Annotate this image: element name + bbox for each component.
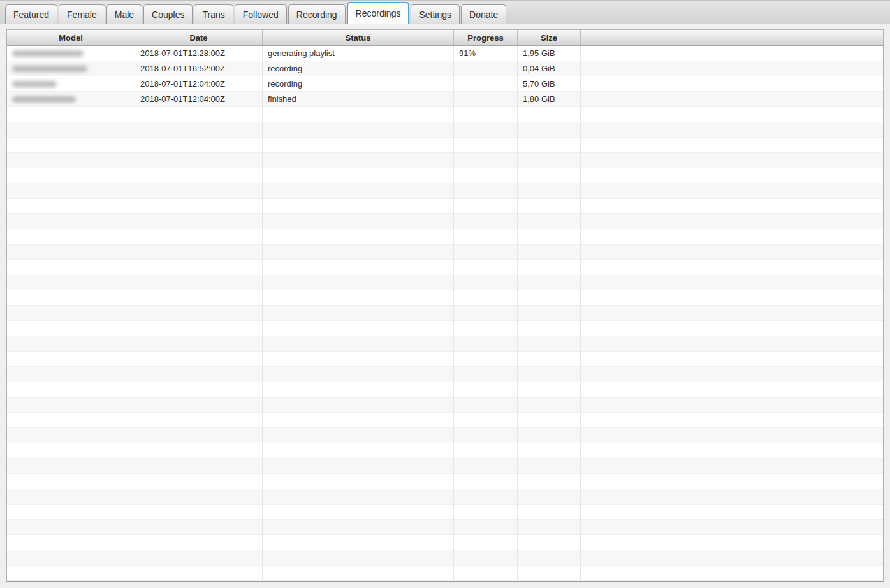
date-cell (135, 367, 263, 382)
status-cell (263, 535, 454, 550)
tab-male[interactable]: Male (106, 4, 142, 24)
date-cell (135, 352, 263, 367)
column-header-progress[interactable]: Progress (454, 30, 518, 45)
spacer-cell (581, 459, 883, 474)
progress-cell (454, 428, 518, 443)
status-cell (263, 260, 454, 275)
date-cell (135, 153, 263, 168)
table-row-empty (7, 336, 883, 352)
size-cell (518, 214, 581, 229)
tab-couples[interactable]: Couples (143, 4, 193, 24)
progress-cell (454, 413, 518, 428)
spacer-cell (581, 352, 883, 367)
date-cell (135, 183, 263, 199)
spacer-cell (581, 199, 883, 214)
date-cell (135, 199, 263, 214)
date-cell: 2018-07-01T12:28:00Z (135, 46, 263, 61)
tab-followed[interactable]: Followed (235, 4, 287, 24)
model-cell (7, 505, 135, 520)
progress-cell (454, 398, 518, 413)
spacer-cell (581, 336, 883, 352)
spacer-cell (581, 122, 883, 138)
date-cell: 2018-07-01T16:52:00Z (135, 61, 263, 76)
model-cell (7, 153, 135, 168)
model-cell (7, 245, 135, 260)
column-header-size[interactable]: Size (518, 30, 581, 45)
model-cell (7, 61, 135, 76)
status-cell (263, 520, 454, 535)
table-row[interactable]: 2018-07-01T12:28:00Zgenerating playlist9… (7, 46, 883, 61)
redacted-model-name (12, 66, 87, 72)
tab-recordings[interactable]: Recordings (347, 2, 410, 24)
model-cell (7, 535, 135, 550)
date-cell (135, 306, 263, 321)
table-row-empty (7, 352, 883, 367)
table-row-empty (7, 153, 883, 168)
tab-trans[interactable]: Trans (194, 4, 233, 24)
model-cell (7, 367, 135, 382)
model-cell (7, 550, 135, 566)
progress-cell: 91% (454, 46, 518, 61)
size-cell (518, 138, 581, 153)
table-row-empty (7, 382, 883, 398)
redacted-model-name (12, 96, 76, 103)
size-cell (518, 153, 581, 168)
model-cell (7, 428, 135, 443)
model-cell (7, 199, 135, 214)
column-header-date[interactable]: Date (135, 30, 263, 45)
table-row[interactable]: 2018-07-01T12:04:00Zfinished1,80 GiB (7, 92, 883, 107)
table-row[interactable]: 2018-07-01T16:52:00Zrecording0,04 GiB (7, 61, 883, 76)
spacer-cell (581, 398, 883, 413)
table-row-empty (7, 550, 883, 566)
model-cell (7, 474, 135, 489)
progress-cell (454, 336, 518, 352)
date-cell (135, 336, 263, 352)
table-row-empty (7, 443, 883, 459)
size-cell (518, 535, 581, 550)
tab-featured[interactable]: Featured (5, 4, 57, 24)
model-cell (7, 168, 135, 183)
table-row-empty (7, 260, 883, 275)
model-cell (7, 459, 135, 474)
size-cell (518, 428, 581, 443)
model-cell (7, 107, 135, 122)
progress-cell (454, 183, 518, 199)
status-cell (263, 107, 454, 122)
progress-cell (454, 107, 518, 122)
spacer-cell (581, 566, 883, 581)
progress-cell (454, 138, 518, 153)
size-cell (518, 550, 581, 566)
model-cell (7, 306, 135, 321)
spacer-cell (581, 168, 883, 183)
redacted-model-name (12, 81, 57, 87)
status-cell (263, 382, 454, 398)
table-row-empty (7, 566, 883, 581)
table-row[interactable]: 2018-07-01T12:04:00Zrecording5,70 GiB (7, 76, 883, 92)
tab-donate[interactable]: Donate (461, 4, 506, 24)
table-row-empty (7, 199, 883, 214)
size-cell (518, 566, 581, 581)
model-cell (7, 489, 135, 505)
model-cell (7, 443, 135, 459)
progress-cell (454, 275, 518, 290)
status-cell (263, 505, 454, 520)
model-cell (7, 92, 135, 107)
table-body: 2018-07-01T12:28:00Zgenerating playlist9… (7, 46, 883, 581)
tab-recording[interactable]: Recording (288, 4, 346, 24)
spacer-cell (581, 306, 883, 321)
status-cell (263, 275, 454, 290)
spacer-cell (581, 61, 883, 76)
progress-cell (454, 505, 518, 520)
tab-female[interactable]: Female (59, 4, 105, 24)
size-cell (518, 443, 581, 459)
size-cell (518, 306, 581, 321)
tab-settings[interactable]: Settings (411, 4, 460, 24)
spacer-cell (581, 428, 883, 443)
tab-bar: FeaturedFemaleMaleCouplesTransFollowedRe… (0, 0, 890, 24)
date-cell (135, 443, 263, 459)
status-cell: generating playlist (263, 46, 454, 61)
date-cell (135, 138, 263, 153)
column-header-status[interactable]: Status (263, 30, 454, 45)
date-cell (135, 122, 263, 138)
column-header-model[interactable]: Model (7, 30, 135, 45)
